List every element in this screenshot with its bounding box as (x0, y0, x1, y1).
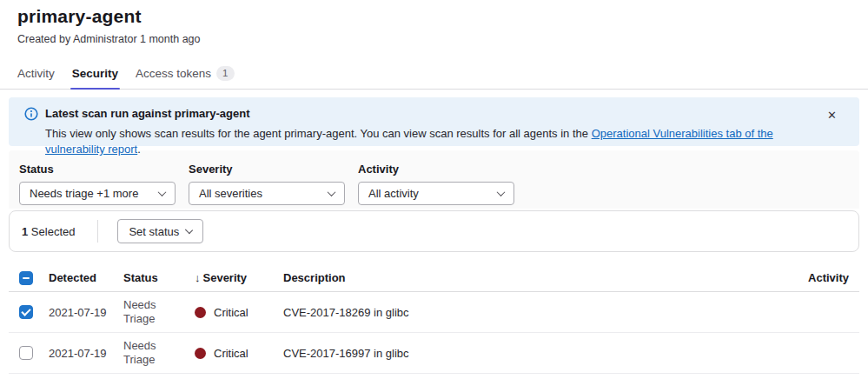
vulnerability-table: Detected Status ↓Severity Description Ac… (9, 264, 859, 374)
filter-status: Status Needs triage +1 more (19, 163, 176, 209)
severity-label: Critical (214, 347, 248, 360)
status-dropdown-value: Needs triage +1 more (30, 187, 138, 200)
detected-cell: 2021-07-19 (49, 306, 123, 319)
filters-section: Status Needs triage +1 more Severity All… (9, 150, 859, 209)
row-checkbox[interactable] (19, 305, 33, 319)
set-status-button[interactable]: Set status (117, 219, 203, 243)
vertical-divider (97, 220, 98, 243)
tab-activity-label: Activity (17, 67, 55, 80)
tab-access-tokens[interactable]: Access tokens 1 (127, 58, 242, 89)
filter-activity-label: Activity (358, 163, 514, 176)
selected-count: 1 Selected (22, 225, 75, 238)
tab-activity[interactable]: Activity (9, 58, 63, 89)
page-header: primary-agent Created by Administrator 1… (0, 0, 868, 46)
agent-security-page: primary-agent Created by Administrator 1… (0, 0, 868, 379)
status-cell: Needs Triage (123, 339, 169, 367)
description-cell: CVE-2017-18269 in glibc (283, 306, 779, 319)
sort-descending-icon: ↓ (195, 271, 201, 284)
scan-info-banner: Latest scan run against primary-agent Th… (9, 97, 859, 146)
row-checkbox[interactable] (19, 346, 33, 360)
info-circle-icon (24, 107, 38, 121)
chevron-down-icon (185, 226, 193, 234)
header-description: Description (283, 271, 779, 284)
severity-cell: Critical (195, 306, 283, 319)
close-icon[interactable]: ✕ (827, 110, 837, 122)
filter-severity-label: Severity (189, 163, 345, 176)
table-row: 2021-07-19 Needs Triage Critical CVE-201… (9, 333, 859, 374)
tab-access-tokens-label: Access tokens (136, 67, 211, 80)
table-header-row: Detected Status ↓Severity Description Ac… (9, 264, 859, 292)
banner-body-before-link: This view only shows scan results for th… (45, 127, 592, 140)
chevron-down-icon (328, 188, 336, 196)
access-tokens-count-badge: 1 (216, 66, 234, 81)
activity-dropdown-value: All activity (368, 187, 419, 200)
set-status-button-label: Set status (129, 225, 179, 238)
header-status: Status (123, 271, 195, 284)
severity-dropdown[interactable]: All severities (189, 182, 345, 205)
severity-cell: Critical (195, 347, 283, 360)
header-detected: Detected (49, 271, 123, 284)
tab-bar: Activity Security Access tokens 1 (0, 58, 868, 90)
detected-cell: 2021-07-19 (49, 347, 123, 360)
description-cell: CVE-2017-16997 in glibc (283, 347, 779, 360)
selected-count-label: Selected (31, 225, 76, 238)
page-subtitle: Created by Administrator 1 month ago (17, 33, 851, 46)
banner-title: Latest scan run against primary-agent (45, 106, 811, 122)
table-row: 2021-07-19 Needs Triage Critical CVE-201… (9, 292, 859, 333)
status-cell: Needs Triage (123, 298, 169, 326)
severity-critical-icon (195, 307, 206, 318)
selected-count-number: 1 (22, 225, 28, 238)
chevron-down-icon (158, 188, 167, 196)
selection-bar: 1 Selected Set status (9, 210, 859, 252)
banner-body: This view only shows scan results for th… (45, 126, 811, 157)
header-activity: Activity (779, 271, 849, 284)
activity-dropdown[interactable]: All activity (358, 182, 514, 205)
severity-label: Critical (214, 306, 248, 319)
filter-status-label: Status (19, 163, 176, 176)
header-severity[interactable]: ↓Severity (195, 271, 283, 284)
filter-severity: Severity All severities (189, 163, 345, 209)
chevron-down-icon (497, 188, 506, 196)
tab-security-label: Security (72, 67, 118, 80)
banner-text: Latest scan run against primary-agent Th… (45, 106, 845, 157)
status-dropdown[interactable]: Needs triage +1 more (19, 182, 176, 205)
select-all-checkbox[interactable] (19, 271, 33, 285)
severity-critical-icon (195, 348, 206, 359)
severity-dropdown-value: All severities (199, 187, 262, 200)
banner-body-after-link: . (137, 143, 141, 156)
page-title: primary-agent (17, 5, 851, 28)
tab-security[interactable]: Security (63, 58, 127, 89)
filter-activity: Activity All activity (358, 163, 514, 209)
